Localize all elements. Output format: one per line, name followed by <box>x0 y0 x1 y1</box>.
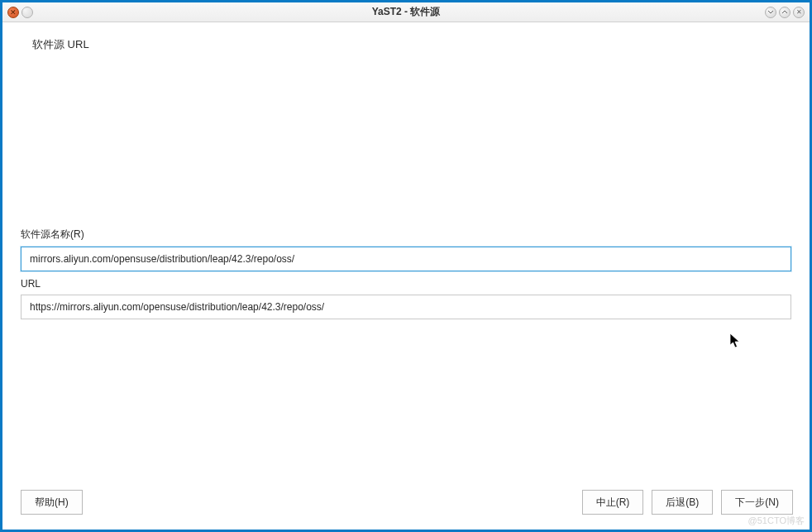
spacer <box>2 319 810 478</box>
titlebar-left-controls: ✕ <box>7 7 33 18</box>
window-title: YaST2 - 软件源 <box>2 5 810 19</box>
form-section: 软件源名称(R) URL <box>2 221 810 319</box>
help-button[interactable]: 帮助(H) <box>21 490 83 515</box>
titlebar-right-controls: ✕ <box>765 7 805 18</box>
content-area: 软件源 URL 软件源名称(R) URL 帮助(H) 中止(R) 后退(B) 下… <box>2 22 810 530</box>
repo-name-label: 软件源名称(R) <box>21 228 791 242</box>
close-icon[interactable]: ✕ <box>7 7 19 18</box>
titlebar-dot[interactable] <box>21 7 33 18</box>
button-bar: 帮助(H) 中止(R) 后退(B) 下一步(N) <box>2 478 810 530</box>
page-heading: 软件源 URL <box>2 22 810 55</box>
window-titlebar: ✕ YaST2 - 软件源 ✕ <box>2 2 810 22</box>
minimize-icon[interactable] <box>765 7 776 18</box>
repo-name-input[interactable] <box>21 247 791 271</box>
url-label: URL <box>21 278 791 290</box>
url-input[interactable] <box>21 295 791 319</box>
back-button[interactable]: 后退(B) <box>652 490 713 515</box>
spacer <box>2 55 810 221</box>
maximize-icon[interactable] <box>779 7 791 18</box>
next-button[interactable]: 下一步(N) <box>721 490 793 515</box>
button-group-right: 中止(R) 后退(B) 下一步(N) <box>582 490 793 515</box>
abort-button[interactable]: 中止(R) <box>582 490 644 515</box>
close-window-icon[interactable]: ✕ <box>793 7 805 18</box>
